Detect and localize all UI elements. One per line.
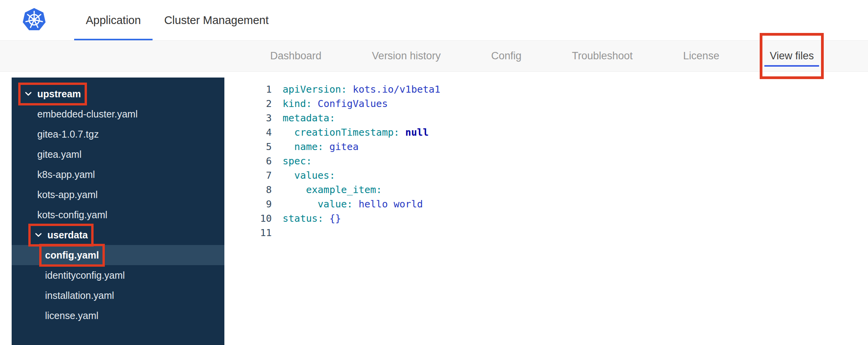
tree-row-inner: gitea.yaml	[37, 149, 82, 160]
code-text: example_item:	[283, 183, 382, 197]
code-token: hello world	[359, 198, 423, 210]
file-label: kots-config.yaml	[37, 209, 108, 221]
code-text: name: gitea	[283, 140, 359, 154]
code-token: gitea	[329, 141, 358, 152]
nav-item-label: Dashboard	[270, 50, 321, 62]
code-token: creationTimestamp:	[294, 127, 399, 138]
tree-row-inner: config.yaml	[45, 250, 99, 261]
file-tree-file-kots-app-yaml[interactable]: kots-app.yaml	[12, 185, 224, 205]
code-token	[283, 141, 294, 152]
file-label: embedded-cluster.yaml	[37, 109, 137, 120]
file-tree-file-identityconfig-yaml[interactable]: identityconfig.yaml	[12, 265, 224, 285]
nav-item-label: Troubleshoot	[572, 50, 633, 62]
nav-item-view-files[interactable]: View files	[767, 41, 816, 71]
code-token	[347, 84, 353, 95]
nav-item-license[interactable]: License	[681, 41, 722, 71]
file-tree-file-config-yaml[interactable]: config.yaml	[12, 245, 224, 265]
code-token: metadata:	[283, 112, 335, 124]
top-tabs: Application Cluster Management	[74, 0, 280, 40]
top-tab-application[interactable]: Application	[74, 0, 153, 40]
tree-row-inner: k8s-app.yaml	[37, 169, 95, 180]
line-number: 4	[224, 125, 283, 140]
code-token: kots.io/v1beta1	[353, 84, 441, 95]
code-token: spec:	[283, 155, 312, 167]
top-tab-label: Application	[86, 14, 141, 27]
tree-row-inner: license.yaml	[45, 310, 99, 321]
line-number: 7	[224, 168, 283, 183]
file-tree-file-gitea-1-0-7-tgz[interactable]: gitea-1.0.7.tgz	[12, 124, 224, 144]
nav-item-dashboard[interactable]: Dashboard	[268, 41, 324, 71]
code-text: apiVersion: kots.io/v1beta1	[283, 82, 440, 97]
app-subnav: Dashboard Version history Config Trouble…	[0, 41, 868, 72]
line-number: 10	[224, 211, 283, 226]
code-text: status: {}	[283, 211, 341, 226]
line-number: 11	[224, 226, 283, 240]
code-line: 8 example_item:	[224, 183, 868, 197]
code-token: apiVersion:	[283, 84, 347, 95]
code-token	[323, 213, 329, 224]
nav-item-config[interactable]: Config	[489, 41, 524, 71]
code-token: example_item:	[306, 184, 382, 195]
nav-item-label: Version history	[372, 50, 441, 62]
file-tree-file-k8s-app-yaml[interactable]: k8s-app.yaml	[12, 164, 224, 185]
code-text: creationTimestamp: null	[283, 125, 429, 140]
code-text: metadata:	[283, 111, 335, 125]
tree-row-inner: userdata	[34, 229, 88, 241]
file-tree-file-installation-yaml[interactable]: installation.yaml	[12, 285, 224, 305]
code-text: value: hello world	[283, 197, 423, 211]
file-label: installation.yaml	[45, 290, 114, 301]
code-token	[353, 198, 359, 210]
folder-label: userdata	[47, 229, 88, 241]
code-text: values:	[283, 168, 335, 183]
file-label: identityconfig.yaml	[45, 270, 125, 281]
file-label: gitea.yaml	[37, 149, 82, 160]
nav-item-label: License	[683, 50, 719, 62]
top-tab-cluster-management[interactable]: Cluster Management	[153, 0, 280, 40]
kots-admin-console: Application Cluster Management Dashboard…	[0, 0, 868, 345]
code-editor[interactable]: 1 apiVersion: kots.io/v1beta1 2 kind: Co…	[224, 78, 868, 345]
line-number: 3	[224, 111, 283, 125]
file-tree-file-kots-config-yaml[interactable]: kots-config.yaml	[12, 205, 224, 225]
tree-row-inner: kots-config.yaml	[37, 209, 108, 221]
tree-row-inner: upstream	[24, 88, 81, 100]
top-header: Application Cluster Management	[0, 0, 868, 41]
file-label: k8s-app.yaml	[37, 169, 95, 180]
code-line: 7 values:	[224, 168, 868, 183]
nav-item-troubleshoot[interactable]: Troubleshoot	[569, 41, 635, 71]
code-token	[312, 98, 318, 109]
nav-item-label: Config	[491, 50, 521, 62]
code-token	[283, 170, 294, 181]
file-tree[interactable]: upstream embedded-cluster.yaml gitea-1.0…	[12, 78, 224, 345]
folder-label: upstream	[37, 88, 81, 100]
code-line: 4 creationTimestamp: null	[224, 125, 868, 140]
line-number: 8	[224, 183, 283, 197]
file-label: kots-app.yaml	[37, 189, 98, 200]
kubernetes-logo[interactable]	[21, 7, 47, 33]
file-label: config.yaml	[45, 250, 99, 261]
file-tree-folder-upstream[interactable]: upstream	[12, 84, 224, 104]
line-number: 5	[224, 140, 283, 154]
code-line: 3 metadata:	[224, 111, 868, 125]
nav-item-version-history[interactable]: Version history	[370, 41, 443, 71]
tree-row-inner: gitea-1.0.7.tgz	[37, 129, 99, 140]
code-token: status:	[283, 213, 323, 224]
code-token	[399, 127, 405, 138]
line-number: 1	[224, 82, 283, 97]
code-token: values:	[294, 170, 335, 181]
code-line: 5 name: gitea	[224, 140, 868, 154]
code-token: {}	[329, 213, 341, 224]
file-tree-file-license-yaml[interactable]: license.yaml	[12, 305, 224, 326]
file-tree-folder-userdata[interactable]: userdata	[12, 225, 224, 245]
chevron-down-icon	[34, 231, 43, 239]
code-token	[283, 127, 294, 138]
top-tab-label: Cluster Management	[164, 14, 269, 27]
code-text: kind: ConfigValues	[283, 97, 388, 111]
file-tree-file-gitea-yaml[interactable]: gitea.yaml	[12, 144, 224, 164]
code-text: spec:	[283, 154, 312, 168]
file-label: license.yaml	[45, 310, 99, 321]
tree-row-inner: embedded-cluster.yaml	[37, 109, 137, 120]
code-token: kind:	[283, 98, 312, 109]
line-number: 9	[224, 197, 283, 211]
code-line: 2 kind: ConfigValues	[224, 97, 868, 111]
file-tree-file-embedded-cluster-yaml[interactable]: embedded-cluster.yaml	[12, 104, 224, 124]
